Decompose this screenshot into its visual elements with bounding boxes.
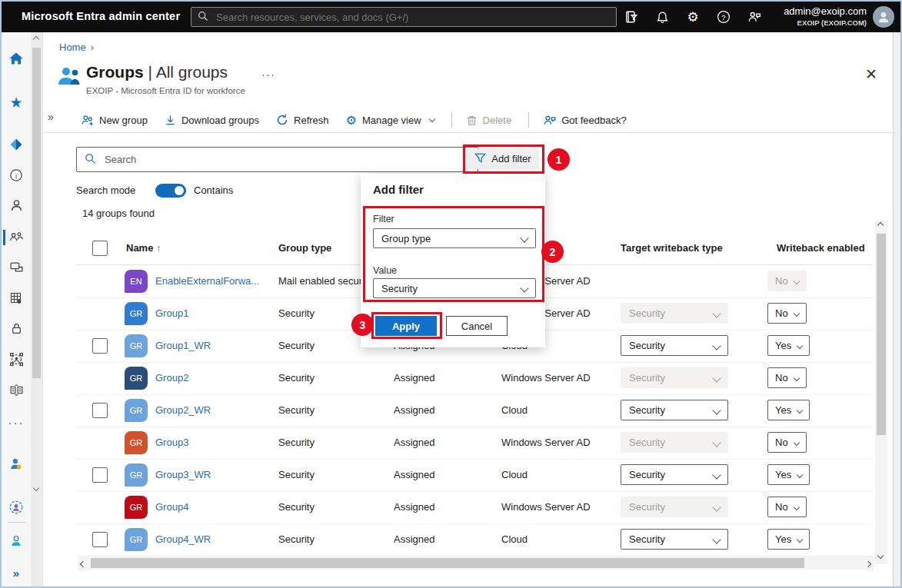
table-row: GRGroup2SecurityAssignedWindows Server A…: [76, 362, 873, 395]
sidebar-item-identity-governance[interactable]: [2, 349, 31, 372]
trash-icon: [466, 115, 478, 126]
header-name[interactable]: Name ↑: [126, 242, 161, 254]
sidebar-item-more[interactable]: ···: [2, 410, 31, 434]
group-avatar: EN: [125, 270, 148, 293]
info-icon: i: [9, 168, 23, 184]
gear-icon: ⚙: [346, 113, 357, 128]
global-search-input[interactable]: [215, 11, 610, 24]
sidenav-scrollbar[interactable]: [31, 32, 42, 586]
table-row: GRGroup3_WRSecurityAssignedCloudSecurity…: [76, 459, 873, 492]
sidebar-item-favorites[interactable]: ★: [2, 91, 31, 114]
writeback-enabled-select[interactable]: Yes: [767, 335, 810, 356]
notifications-bell-icon[interactable]: [654, 8, 671, 25]
group-name-link[interactable]: Group1_WR: [155, 340, 211, 351]
row-checkbox[interactable]: [92, 467, 108, 483]
window-scrollbar-track[interactable]: [893, 32, 900, 586]
group-name-link[interactable]: Group3_WR: [155, 469, 211, 480]
group-type-cell: Security: [278, 404, 315, 416]
help-icon[interactable]: ?: [715, 8, 732, 25]
feedback-icon[interactable]: [746, 8, 763, 25]
vertical-scrollbar-thumb[interactable]: [877, 234, 886, 435]
global-search[interactable]: [191, 7, 617, 27]
sidebar-item-protection[interactable]: [2, 318, 31, 341]
target-writeback-select[interactable]: Security: [621, 400, 728, 420]
settings-gear-icon[interactable]: ⚙: [684, 8, 701, 25]
sidenav-scrollbar-thumb[interactable]: [32, 48, 41, 378]
sidebar-item-home[interactable]: [2, 48, 31, 71]
title-overflow-menu[interactable]: ···: [261, 68, 275, 81]
group-avatar: GR: [125, 431, 148, 454]
sidebar-item-groups[interactable]: [2, 226, 31, 249]
writeback-enabled-select[interactable]: Yes: [767, 400, 810, 420]
membership-type-cell: Assigned: [394, 469, 434, 480]
source-cell: Cloud: [501, 533, 528, 545]
close-icon[interactable]: ✕: [865, 67, 877, 81]
directory-filter-icon[interactable]: [623, 8, 640, 25]
target-writeback-select[interactable]: Security: [621, 529, 728, 550]
sidebar-item-devices[interactable]: [2, 257, 31, 280]
group-name-link[interactable]: Group4: [155, 501, 188, 513]
download-icon: [165, 115, 176, 126]
person-shield-icon: [8, 457, 24, 474]
account-info[interactable]: admin@exoip.com EXOIP (EXOIP.COM): [784, 5, 867, 28]
delete-label: Delete: [483, 115, 512, 126]
header-writeback-enabled[interactable]: Writeback enabled: [777, 242, 865, 254]
sidebar-item-expand[interactable]: »: [2, 561, 31, 584]
header-group-type[interactable]: Group type: [278, 242, 331, 254]
search-icon: [198, 11, 208, 24]
writeback-enabled-select[interactable]: No: [767, 497, 807, 517]
target-writeback-select[interactable]: Security: [621, 335, 728, 356]
sidebar-item-info[interactable]: i: [2, 164, 31, 188]
target-writeback-select: Security: [621, 303, 728, 324]
sidebar-item-external-identities[interactable]: [2, 380, 31, 403]
search-mode-toggle[interactable]: [155, 184, 186, 198]
group-name-link[interactable]: Group3: [155, 437, 188, 448]
sidebar-item-users[interactable]: [2, 195, 31, 218]
writeback-enabled-select[interactable]: No: [767, 367, 807, 388]
sidebar-item-entra-id[interactable]: [2, 134, 31, 157]
writeback-enabled-select[interactable]: Yes: [767, 529, 810, 550]
entra-diamond-icon: [9, 138, 23, 154]
delete-button[interactable]: Delete: [466, 115, 512, 126]
target-writeback-select: Security: [621, 432, 728, 453]
sidebar-item-admin-center[interactable]: [2, 497, 31, 520]
source-cell: Windows Server AD: [501, 501, 591, 513]
group-name-link[interactable]: Group2_WR: [155, 404, 211, 416]
row-checkbox[interactable]: [92, 338, 108, 354]
select-all-checkbox[interactable]: [92, 241, 108, 256]
got-feedback-button[interactable]: Got feedback?: [543, 114, 627, 127]
refresh-button[interactable]: Refresh: [276, 114, 329, 126]
membership-type-cell: Assigned: [394, 437, 434, 448]
sidebar-item-applications[interactable]: [2, 287, 31, 311]
row-checkbox[interactable]: [92, 532, 108, 547]
avatar[interactable]: [873, 6, 894, 28]
header-target-writeback[interactable]: Target writeback type: [621, 242, 723, 254]
toolbar-rule: [44, 132, 894, 133]
refresh-icon: [276, 114, 288, 126]
sidebar-item-support[interactable]: [2, 530, 31, 553]
side-nav: ★ i ···: [2, 32, 43, 586]
download-groups-button[interactable]: Download groups: [165, 115, 259, 126]
group-name-link[interactable]: EnableExternalForwa...: [155, 275, 259, 287]
sidebar-item-learn[interactable]: [2, 453, 31, 477]
cancel-button[interactable]: Cancel: [446, 316, 508, 336]
table-row: GRGroup3SecurityAssignedWindows Server A…: [76, 427, 873, 460]
breadcrumb-home-link[interactable]: Home: [59, 42, 86, 53]
groups-search-input[interactable]: [103, 153, 470, 166]
writeback-enabled-select[interactable]: Yes: [767, 464, 810, 485]
writeback-enabled-select[interactable]: No: [767, 432, 807, 453]
target-writeback-select[interactable]: Security: [621, 464, 728, 485]
table-horizontal-scrollbar[interactable]: [78, 556, 874, 570]
group-name-link[interactable]: Group2: [155, 372, 188, 384]
app-title[interactable]: Microsoft Entra admin center: [22, 10, 180, 22]
group-name-link[interactable]: Group1: [155, 307, 188, 319]
row-checkbox[interactable]: [92, 403, 108, 418]
new-group-button[interactable]: New group: [81, 114, 148, 127]
writeback-enabled-select[interactable]: No: [767, 303, 807, 324]
manage-view-button[interactable]: ⚙ Manage view: [346, 113, 434, 128]
search-icon: [85, 153, 96, 167]
horizontal-scrollbar-thumb[interactable]: [91, 558, 804, 568]
groups-search-box[interactable]: [76, 147, 478, 172]
table-vertical-scrollbar[interactable]: [875, 220, 887, 564]
group-name-link[interactable]: Group4_WR: [155, 533, 211, 545]
